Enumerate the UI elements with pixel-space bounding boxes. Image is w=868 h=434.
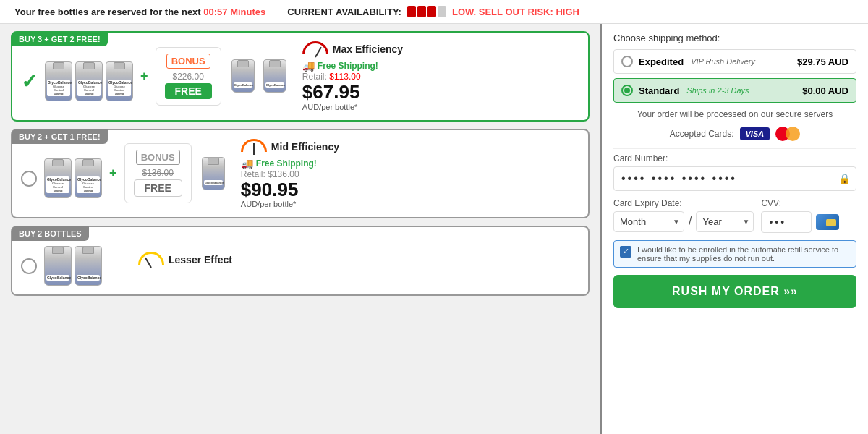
- expiry-field: Card Expiry Date: MonthJanuaryFebruaryMa…: [613, 198, 754, 233]
- auto-refill-checkbox[interactable]: ✓: [620, 246, 631, 258]
- radio-buy2[interactable]: [21, 258, 37, 274]
- bottles-group-1: GlycoBalanceGlucose Control500mg GlycoBa…: [45, 61, 133, 101]
- sell-risk-value: HIGH: [556, 7, 579, 17]
- slash-divider: /: [689, 215, 692, 228]
- auto-refill-text: I would like to be enrolled in the autom…: [637, 245, 850, 263]
- expedited-desc: VIP Rush Delivery: [691, 57, 755, 66]
- price-main-2: $90.95: [241, 179, 579, 200]
- standard-label: Standard: [639, 85, 679, 96]
- visa-card: VISA: [740, 127, 770, 140]
- retail-old-1: $113.00: [329, 72, 360, 82]
- avail-bar-3: [427, 6, 436, 17]
- availability-section: CURRENT AVAILABILITY: LOW. SELL OUT RISK…: [287, 6, 579, 17]
- radio-buy2get1[interactable]: [21, 171, 37, 187]
- standard-price: $0.00 AUD: [802, 85, 848, 96]
- bonus-bottle-3: GlycoBalance: [202, 157, 225, 190]
- card-number-label: Card Number:: [613, 153, 856, 163]
- efficiency-meter-3: Lesser Effect: [138, 252, 579, 268]
- product-card-buy2[interactable]: BUY 2 BOTTLES GlycoBalance GlycoBalance …: [11, 226, 590, 296]
- bottle-3: GlycoBalanceGlucose Control500mg: [106, 61, 133, 101]
- shipping-title: Choose shipping method:: [613, 33, 856, 43]
- retail-line-2: Retail: $136.00: [241, 169, 579, 179]
- top-bar: Your free bottles are reserved for the n…: [0, 0, 868, 24]
- bottle-3a: GlycoBalance: [44, 246, 72, 286]
- efficiency-title-2: Mid Efficiency: [271, 141, 339, 153]
- shipping-section: Choose shipping method: Expedited VIP Ru…: [613, 33, 856, 103]
- sell-risk: LOW. SELL OUT RISK: HIGH: [452, 7, 579, 17]
- avail-bar-1: [407, 6, 416, 17]
- efficiency-meter-1: Max Efficiency: [302, 41, 579, 57]
- efficiency-meter-2: Mid Efficiency: [241, 139, 579, 155]
- expiry-cvv-row: Card Expiry Date: MonthJanuaryFebruaryMa…: [613, 198, 856, 240]
- year-select[interactable]: Year2024202520262027202820292030: [696, 211, 754, 232]
- badge-buy2: BUY 2 BOTTLES: [12, 226, 89, 241]
- retail-line-1: Retail: $113.00: [302, 72, 579, 82]
- radio-standard[interactable]: [621, 85, 633, 96]
- availability-bars: [407, 6, 446, 17]
- month-select[interactable]: MonthJanuaryFebruaryMarchAprilMayJuneJul…: [613, 211, 684, 232]
- year-select-wrap: Year2024202520262027202820292030 ▼: [696, 211, 754, 232]
- product-card-buy3get2[interactable]: BUY 3 + GET 2 FREE! ✓ GlycoBalanceGlucos…: [11, 31, 590, 122]
- shipping-expedited[interactable]: Expedited VIP Rush Delivery $29.75 AUD: [613, 49, 856, 74]
- avail-bar-2: [417, 6, 426, 17]
- mastercard: [775, 127, 800, 141]
- standard-desc: Ships in 2-3 Days: [686, 86, 749, 95]
- bonus-bottle-1: GlycoBalance: [231, 59, 255, 93]
- price-main-1: $67.95: [302, 82, 579, 103]
- meter-icon-3: [138, 252, 164, 268]
- bottles-group-3: GlycoBalance GlycoBalance: [44, 246, 102, 286]
- radio-expedited[interactable]: [621, 56, 633, 67]
- free-tag-1: FREE: [165, 83, 212, 99]
- availability-label: CURRENT AVAILABILITY:: [287, 7, 401, 17]
- lock-icon: 🔒: [838, 173, 851, 184]
- month-select-wrap: MonthJanuaryFebruaryMarchAprilMayJuneJul…: [613, 211, 684, 232]
- cvv-input[interactable]: [761, 211, 812, 233]
- cvv-label: CVV:: [761, 198, 856, 208]
- expedited-price: $29.75 AUD: [797, 56, 848, 67]
- price-sub-1: AUD/per bottle*: [302, 103, 579, 111]
- shipping-standard[interactable]: Standard Ships in 2-3 Days $0.00 AUD: [613, 78, 856, 103]
- expedited-label: Expedited: [639, 56, 684, 67]
- checkmark-icon: ✓: [21, 69, 38, 93]
- bonus-label-1: BONUS: [166, 54, 210, 69]
- secure-notice: Your order will be processed on our secu…: [613, 109, 856, 121]
- bonus-old-price-2: $136.00: [134, 168, 182, 178]
- bonus-bottles-2: GlycoBalance: [199, 157, 228, 190]
- shipping-text-1: Free Shipping!: [318, 61, 378, 71]
- cards-section: Accepted Cards: VISA: [613, 127, 856, 141]
- plus-icon-2: +: [109, 166, 117, 181]
- rush-order-button[interactable]: RUSH MY ORDER »»: [613, 275, 856, 308]
- bonus-box-1: BONUS $226.00 FREE: [156, 47, 221, 106]
- bottle-2b: GlycoBalanceGlucose Control500mg: [75, 158, 102, 198]
- cvv-card-icon: [816, 214, 839, 230]
- plus-icon-1: +: [140, 69, 148, 84]
- bonus-bottle-2: GlycoBalance: [263, 59, 286, 93]
- price-sub-2: AUD/per bottle*: [241, 200, 579, 208]
- bonus-bottles-1: GlycoBalance GlycoBalance: [229, 59, 289, 93]
- avail-bar-4: [438, 6, 446, 17]
- card-number-input[interactable]: [613, 166, 856, 191]
- shipping-line-1: 🚚 Free Shipping!: [302, 60, 579, 72]
- free-tag-2: FREE: [134, 179, 182, 197]
- cvv-wrap: [761, 211, 856, 233]
- card-number-field: Card Number: 🔒: [613, 153, 856, 191]
- expiry-selects: MonthJanuaryFebruaryMarchAprilMayJuneJul…: [613, 211, 754, 232]
- cards-label: Accepted Cards:: [670, 129, 734, 139]
- retail-old-2: $136.00: [268, 169, 299, 179]
- shipping-line-2: 🚚 Free Shipping!: [241, 158, 579, 169]
- efficiency-section-2: Mid Efficiency 🚚 Free Shipping! Retail: …: [235, 139, 579, 209]
- product-card-buy2get1[interactable]: BUY 2 + GET 1 FREE! GlycoBalanceGlucose …: [11, 129, 590, 219]
- bonus-label-2: BONUS: [136, 150, 180, 165]
- efficiency-section-3: Lesser Effect: [109, 252, 579, 271]
- timer: 00:57 Minutes: [203, 7, 265, 17]
- bottle-1: GlycoBalanceGlucose Control500mg: [45, 61, 72, 101]
- badge-buy3get2: BUY 3 + GET 2 FREE!: [12, 32, 108, 46]
- bottle-3b: GlycoBalance: [75, 246, 102, 286]
- card-number-input-wrap: 🔒: [613, 166, 856, 191]
- bottle-2a: GlycoBalanceGlucose Control500mg: [44, 158, 72, 198]
- expiry-label: Card Expiry Date:: [613, 198, 754, 208]
- auto-refill-row: ✓ I would like to be enrolled in the aut…: [613, 240, 856, 268]
- efficiency-section-1: Max Efficiency 🚚 Free Shipping! Retail: …: [297, 41, 579, 111]
- shipping-text-2: Free Shipping!: [256, 158, 317, 169]
- badge-buy2get1: BUY 2 + GET 1 FREE!: [12, 129, 108, 144]
